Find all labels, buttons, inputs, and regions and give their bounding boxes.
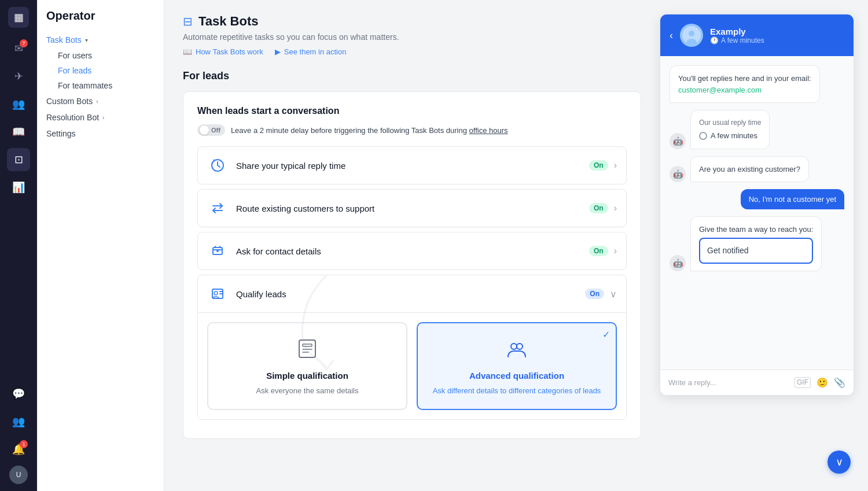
chevron-right-icon-2: › <box>102 115 104 121</box>
gif-icon[interactable]: GIF <box>795 377 811 388</box>
users-icon: 👥 <box>12 98 25 110</box>
reply-time-text: A few minutes <box>711 130 757 142</box>
qualify-body: Simple qualification Ask everyone the sa… <box>198 312 626 419</box>
for-leads-label: For leads <box>58 66 91 75</box>
toggle-label: Off <box>211 127 220 134</box>
reply-time-bubble: Our usual reply time A few minutes <box>690 110 770 149</box>
svg-point-16 <box>511 344 517 349</box>
chat-input-placeholder[interactable]: Write a reply... <box>668 378 795 387</box>
sidebar-item-routing[interactable]: ✈ <box>7 65 30 88</box>
see-action-link[interactable]: ▶ See them in action <box>275 47 347 56</box>
app-logo[interactable]: ▦ <box>8 7 29 28</box>
chat-input-icons: GIF 🙂 📎 <box>795 377 845 388</box>
svg-point-9 <box>214 291 218 295</box>
sidebar-item-for-teammates[interactable]: For teammates <box>37 78 164 93</box>
sidebar-item-conversations[interactable]: 💬 <box>7 382 30 405</box>
contact-icon <box>207 241 228 261</box>
sidebar-item-notifications[interactable]: 🔔 1 <box>7 438 30 461</box>
task-row-route-customers[interactable]: Route existing customers to support On › <box>197 189 627 227</box>
play-icon: ▶ <box>275 47 281 56</box>
sidebar-item-for-leads[interactable]: For leads <box>37 63 164 78</box>
sidebar-item-book[interactable]: 📖 <box>7 120 30 143</box>
chat-status-text: A few minutes <box>721 36 764 45</box>
contact-details-badge: On <box>589 246 608 256</box>
chevron-right-icon: › <box>96 98 98 105</box>
get-notified-input[interactable]: Get notified <box>699 238 813 264</box>
contact-details-chevron-icon: › <box>614 246 617 256</box>
when-leads-title: When leads start a conversation <box>197 106 627 116</box>
selected-check-icon: ✓ <box>602 329 610 340</box>
sidebar-item-operator[interactable]: ⊡ <box>7 148 30 171</box>
page-title: Task Bots <box>198 14 259 29</box>
route-customers-badge: On <box>589 203 608 213</box>
book-icon: 📖 <box>12 125 25 138</box>
svg-rect-13 <box>303 344 312 346</box>
office-hours-label: office hours <box>469 126 508 135</box>
see-action-label: See them in action <box>284 47 347 56</box>
contact-details-label: Ask for contact details <box>236 246 583 256</box>
qualify-section: Qualify leads On ∨ <box>197 275 627 420</box>
page-links: 📖 How Task Bots work ▶ See them in actio… <box>183 47 641 56</box>
simple-qualification-option[interactable]: Simple qualification Ask everyone the sa… <box>207 322 407 410</box>
logo-icon: ▦ <box>14 11 24 24</box>
bot-icon-1: 🤖 <box>670 133 686 149</box>
how-work-link[interactable]: 📖 How Task Bots work <box>183 47 263 56</box>
advanced-qualification-option[interactable]: ✓ Advanced qualification Ask differ <box>417 322 617 410</box>
avatar-initials: U <box>16 471 21 479</box>
icon-bar: ▦ ✉ 7 ✈ 👥 📖 ⊡ 📊 💬 👥 🔔 1 U <box>0 0 37 491</box>
sidebar-item-reports[interactable]: 📊 <box>7 176 30 199</box>
sidebar-item-users[interactable]: 👥 <box>7 93 30 116</box>
scroll-down-button[interactable]: ∨ <box>827 451 851 474</box>
qualify-header[interactable]: Qualify leads On ∨ <box>198 275 626 312</box>
delay-row: Off Leave a 2 minute delay before trigge… <box>197 124 627 136</box>
reply-time-row: 🤖 Our usual reply time A few minutes <box>670 110 844 149</box>
task-row-reply-time[interactable]: Share your typical reply time On › <box>197 146 627 184</box>
sidebar-item-settings[interactable]: Settings <box>37 125 164 142</box>
back-icon[interactable]: ‹ <box>670 29 673 42</box>
delay-text: Leave a 2 minute delay before triggering… <box>231 126 508 135</box>
sidebar-item-inbox[interactable]: ✉ 7 <box>7 37 30 60</box>
icon-bar-bottom: 💬 👥 🔔 1 U <box>7 382 30 484</box>
sidebar-title: Operator <box>37 9 164 32</box>
inbox-badge: 7 <box>20 39 28 47</box>
task-row-contact-details[interactable]: Ask for contact details On › <box>197 232 627 270</box>
chat-company-name: Examply <box>710 27 844 36</box>
book-link-icon: 📖 <box>183 47 192 56</box>
how-work-label: How Task Bots work <box>196 47 263 56</box>
resolution-bot-label: Resolution Bot <box>46 113 99 122</box>
reply-time-circle-icon <box>699 132 707 140</box>
sidebar-item-for-users[interactable]: For users <box>37 48 164 63</box>
svg-line-2 <box>218 165 220 167</box>
route-customers-chevron-icon: › <box>614 203 617 213</box>
reply-time-label-text: Our usual reply time <box>699 117 761 128</box>
advanced-qual-title: Advanced qualification <box>469 371 564 381</box>
chevron-down-icon: ▾ <box>85 37 88 43</box>
settings-label: Settings <box>46 129 76 138</box>
existing-customer-row: 🤖 Are you an existing customer? <box>670 156 844 183</box>
toggle-circle <box>200 125 209 135</box>
sidebar-item-team[interactable]: 👥 <box>7 410 30 433</box>
delay-toggle[interactable]: Off <box>197 124 225 136</box>
email-text: customer@example.com <box>678 84 811 96</box>
route-icon <box>207 198 228 219</box>
clock-icon: 🕐 <box>710 36 719 45</box>
attachment-icon[interactable]: 📎 <box>834 377 845 388</box>
page-subtitle: Automate repetitive tasks so you can foc… <box>183 32 641 42</box>
sidebar-item-custom-bots[interactable]: Custom Bots › <box>37 93 164 109</box>
chat-status: 🕐 A few minutes <box>710 36 844 45</box>
reply-time-chevron-icon: › <box>614 160 617 171</box>
simple-qual-title: Simple qualification <box>266 371 348 381</box>
sidebar-item-resolution-bot[interactable]: Resolution Bot › <box>37 109 164 125</box>
reply-time-label: Share your typical reply time <box>236 161 583 171</box>
avatar[interactable]: U <box>9 466 28 484</box>
reach-team-row: 🤖 Give the team a way to reach you: Get … <box>670 216 844 271</box>
qualify-icon <box>207 283 228 304</box>
simple-qual-icon <box>296 337 319 365</box>
emoji-icon[interactable]: 🙂 <box>816 377 828 388</box>
team-icon: 👥 <box>12 415 25 428</box>
sidebar-item-task-bots[interactable]: Task Bots ▾ <box>37 32 164 48</box>
chat-input-bar: Write a reply... GIF 🙂 📎 <box>660 370 854 395</box>
for-teammates-label: For teammates <box>58 81 112 90</box>
office-hours-link[interactable]: office hours <box>469 126 508 135</box>
qualify-chevron-icon: ∨ <box>610 289 617 300</box>
